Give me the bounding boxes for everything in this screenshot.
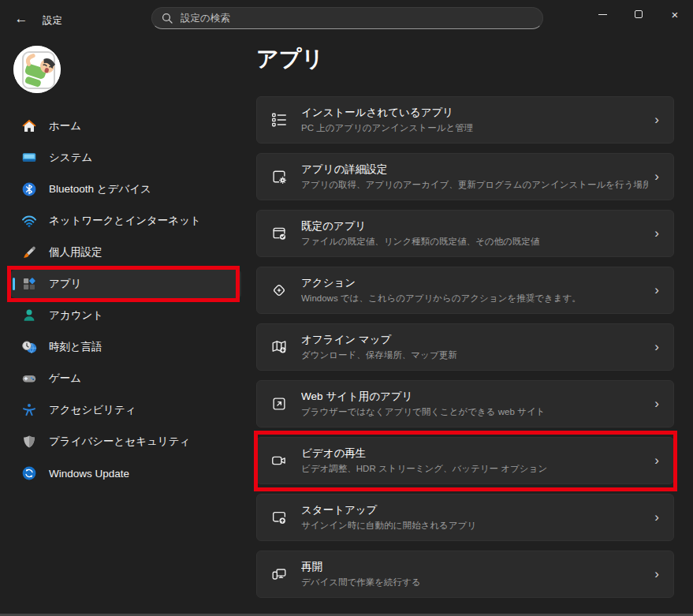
main-content: アプリ インストールされているアプリ PC 上のアプリのアンインストールと管理 …	[256, 38, 675, 616]
video-playback-icon	[270, 452, 288, 469]
settings-window: ← 設定 ×	[0, 0, 693, 616]
chevron-right-icon: ›	[648, 282, 673, 298]
avatar	[13, 46, 61, 93]
chevron-right-icon: ›	[648, 112, 673, 128]
card-subtitle: ビデオ調整、HDR ストリーミング、バッテリー オプション	[301, 463, 648, 475]
card-title: Web サイト用のアプリ	[301, 390, 648, 404]
advanced-app-settings-icon	[270, 168, 288, 185]
back-arrow-icon: ←	[15, 11, 28, 27]
card-subtitle: デバイス間で作業を続行する	[301, 577, 648, 588]
sidebar-item-network-internet[interactable]: ネットワークとインターネット	[11, 207, 241, 235]
card-subtitle: ダウンロード、保存場所、マップ更新	[301, 349, 648, 361]
minimize-icon	[598, 14, 607, 15]
close-button[interactable]: ×	[657, 0, 693, 28]
card-title: インストールされているアプリ	[301, 106, 648, 120]
sidebar-item-label: Bluetooth とデバイス	[49, 182, 151, 196]
card-installed-apps[interactable]: インストールされているアプリ PC 上のアプリのアンインストールと管理 ›	[256, 96, 674, 144]
card-apps-for-websites[interactable]: Web サイト用のアプリ ブラウザーではなくアプリで開くことができる web サ…	[256, 380, 674, 427]
sidebar-item-label: 個人用設定	[49, 245, 102, 259]
offline-maps-icon	[270, 338, 288, 356]
default-apps-icon	[270, 225, 288, 242]
card-subtitle: ファイルの既定値、リンク種類の既定値、その他の既定値	[301, 236, 648, 248]
sidebar-item-privacy-security[interactable]: プライバシーとセキュリティ	[11, 427, 241, 456]
card-title: ビデオの再生	[301, 446, 648, 461]
card-subtitle: ブラウザーではなくアプリで開くことができる web サイト	[301, 406, 648, 418]
titlebar: ← 設定 ×	[0, 0, 693, 38]
chevron-right-icon: ›	[648, 453, 673, 469]
maximize-button[interactable]	[620, 0, 657, 28]
card-startup[interactable]: スタートアップ サインイン時に自動的に開始されるアプリ ›	[256, 494, 674, 541]
sidebar-item-windows-update[interactable]: Windows Update	[11, 459, 241, 487]
chevron-right-icon: ›	[648, 339, 673, 355]
minimize-button[interactable]	[584, 0, 620, 28]
card-subtitle: Windows では、これらのアプリからのアクションを推奨できます。	[301, 293, 648, 304]
card-title: 既定のアプリ	[301, 219, 648, 233]
card-default-apps[interactable]: 既定のアプリ ファイルの既定値、リンク種類の既定値、その他の既定値 ›	[256, 210, 674, 257]
sidebar-item-gaming[interactable]: ゲーム	[11, 364, 241, 393]
apps-icon	[21, 276, 37, 292]
accounts-person-icon	[21, 308, 37, 323]
sidebar-nav: ホーム システム Bluetooth とデバイス	[11, 112, 241, 491]
accessibility-person-icon	[21, 402, 37, 418]
card-advanced-app-settings[interactable]: アプリの詳細設定 アプリの取得、アプリのアーカイブ、更新プログラムのアンインスト…	[256, 153, 674, 200]
bluetooth-icon	[21, 181, 37, 197]
sidebar-item-time-language[interactable]: 時刻と言語	[11, 333, 241, 361]
sidebar-item-personalization[interactable]: 個人用設定	[11, 238, 241, 267]
sidebar-item-label: Windows Update	[49, 468, 129, 480]
sidebar-item-label: アプリ	[49, 277, 81, 291]
card-subtitle: サインイン時に自動的に開始されるアプリ	[301, 520, 648, 532]
card-actions[interactable]: アクション Windows では、これらのアプリからのアクションを推奨できます。…	[256, 267, 674, 314]
page-title: アプリ	[256, 44, 324, 74]
system-icon	[21, 150, 37, 166]
network-wifi-icon	[21, 213, 37, 229]
home-icon	[21, 118, 37, 134]
card-video-playback[interactable]: ビデオの再生 ビデオ調整、HDR ストリーミング、バッテリー オプション ›	[256, 437, 674, 484]
sidebar-item-accounts[interactable]: アカウント	[11, 301, 241, 330]
selection-accent-bar	[13, 278, 15, 290]
sidebar-item-label: ホーム	[49, 119, 81, 133]
card-title: オフライン マップ	[301, 333, 648, 347]
time-language-icon	[21, 339, 37, 355]
maximize-icon	[635, 10, 643, 18]
window-controls: ×	[584, 0, 693, 28]
chevron-right-icon: ›	[648, 226, 673, 241]
back-button[interactable]: ←	[9, 8, 33, 30]
chevron-right-icon: ›	[648, 169, 673, 185]
sidebar-item-bluetooth-devices[interactable]: Bluetooth とデバイス	[11, 175, 241, 203]
card-title: アクション	[301, 276, 648, 290]
sidebar: ホーム システム Bluetooth とデバイス	[0, 38, 252, 616]
card-title: アプリの詳細設定	[301, 162, 648, 177]
apps-for-websites-icon	[270, 395, 288, 413]
gaming-controller-icon	[21, 371, 37, 386]
search-box[interactable]	[151, 7, 543, 29]
search-input[interactable]	[181, 13, 533, 24]
sidebar-item-label: アカウント	[49, 308, 103, 323]
sidebar-item-system[interactable]: システム	[11, 144, 241, 172]
chevron-right-icon: ›	[648, 566, 673, 582]
settings-card-list: インストールされているアプリ PC 上のアプリのアンインストールと管理 ›	[256, 96, 674, 607]
actions-icon	[270, 282, 288, 299]
card-offline-maps[interactable]: オフライン マップ ダウンロード、保存場所、マップ更新 ›	[256, 323, 674, 371]
card-subtitle: PC 上のアプリのアンインストールと管理	[301, 122, 648, 134]
sidebar-item-home[interactable]: ホーム	[11, 112, 241, 140]
sidebar-item-label: アクセシビリティ	[49, 403, 136, 417]
sidebar-item-apps[interactable]: アプリ	[11, 270, 241, 298]
personalization-brush-icon	[21, 245, 37, 260]
app-title: 設定	[43, 14, 62, 28]
search-icon	[162, 13, 173, 24]
close-icon: ×	[672, 9, 679, 21]
card-subtitle: アプリの取得、アプリのアーカイブ、更新プログラムのアンインストールを行う場所を選…	[301, 179, 648, 191]
avatar-sleeping-person-image	[13, 46, 61, 93]
windows-update-icon	[21, 465, 37, 481]
privacy-shield-icon	[21, 434, 37, 450]
sidebar-item-label: ゲーム	[49, 371, 81, 386]
sidebar-item-label: システム	[49, 151, 92, 165]
chevron-right-icon: ›	[648, 510, 673, 525]
card-resume[interactable]: 再開 デバイス間で作業を続行する ›	[256, 551, 674, 598]
sidebar-item-label: プライバシーとセキュリティ	[49, 435, 190, 449]
card-title: スタートアップ	[301, 503, 648, 517]
resume-devices-icon	[270, 566, 288, 583]
card-title: 再開	[301, 560, 648, 574]
sidebar-item-label: ネットワークとインターネット	[49, 214, 201, 228]
sidebar-item-accessibility[interactable]: アクセシビリティ	[11, 396, 241, 424]
